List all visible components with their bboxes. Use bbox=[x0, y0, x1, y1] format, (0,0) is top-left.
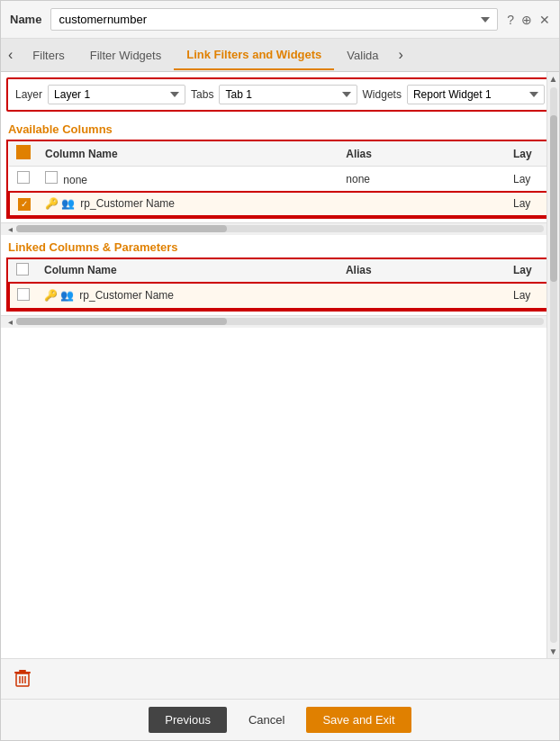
table-row: 🔑 👥 rp_Customer Name Lay bbox=[9, 192, 551, 216]
available-table-header: Column Name Alias Lay bbox=[9, 141, 551, 167]
linked-col-lay-header: Lay bbox=[506, 259, 551, 283]
linked-columns-table: Column Name Alias Lay bbox=[8, 259, 552, 310]
available-columns-section: Column Name Alias Lay bbox=[6, 140, 554, 219]
hscroll-thumb[interactable] bbox=[16, 225, 227, 232]
row-lay: Lay bbox=[506, 167, 551, 193]
tab-prev-btn[interactable]: ‹ bbox=[1, 39, 20, 71]
table-row: none none Lay bbox=[9, 167, 551, 193]
linked-header-checkbox-cell bbox=[9, 259, 37, 283]
header: Name customernumber ? ⊕ ✕ bbox=[1, 1, 559, 39]
header-checkbox[interactable] bbox=[16, 145, 31, 159]
hscroll-track bbox=[16, 225, 544, 232]
svg-rect-0 bbox=[19, 670, 26, 672]
hscroll-linked-left-btn[interactable]: ◂ bbox=[5, 317, 16, 327]
col-alias-header: Alias bbox=[339, 141, 506, 167]
linked-group-icon: 👥 bbox=[60, 289, 74, 302]
linked-row-alias bbox=[339, 283, 506, 309]
bottom-left bbox=[10, 666, 35, 691]
trash-icon[interactable] bbox=[10, 666, 35, 691]
vscroll-down-btn[interactable]: ▼ bbox=[547, 645, 559, 658]
linked-row-lay: Lay bbox=[506, 283, 551, 309]
spacer bbox=[1, 328, 559, 436]
linked-table-header: Column Name Alias Lay bbox=[9, 259, 551, 283]
widgets-label: Widgets bbox=[363, 88, 402, 101]
row-alias bbox=[339, 192, 506, 216]
linked-columns-title: Linked Columns & Parameters bbox=[1, 235, 559, 258]
linked-key-icon: 🔑 bbox=[44, 289, 58, 302]
filter-controls: Layer Layer 1 Tabs Tab 1 Widgets Report … bbox=[6, 77, 554, 112]
name-select[interactable]: customernumber bbox=[50, 8, 498, 31]
previous-button[interactable]: Previous bbox=[149, 707, 227, 733]
available-columns-table: Column Name Alias Lay bbox=[8, 141, 552, 217]
row-checkbox-cell bbox=[9, 192, 38, 216]
bottom-bar bbox=[1, 658, 559, 699]
vscroll-track bbox=[550, 87, 557, 643]
linked-row-col-name: 🔑 👥 rp_Customer Name bbox=[37, 283, 339, 309]
group-icon: 👥 bbox=[61, 197, 75, 210]
close-icon[interactable]: ✕ bbox=[539, 13, 550, 27]
layer-label: Layer bbox=[15, 88, 42, 101]
row-col-name: 🔑 👥 rp_Customer Name bbox=[38, 192, 339, 216]
tabs-bar: ‹ Filters Filter Widgets Link Filters an… bbox=[1, 39, 559, 72]
tab-link-filters[interactable]: Link Filters and Widgets bbox=[174, 41, 334, 70]
linked-row-checkbox-cell bbox=[9, 283, 37, 309]
row-checkbox[interactable] bbox=[17, 171, 30, 184]
available-columns-title: Available Columns bbox=[1, 117, 559, 140]
linked-columns-section: Column Name Alias Lay bbox=[6, 258, 554, 312]
col-name-header: Column Name bbox=[38, 141, 339, 167]
col-lay-header: Lay bbox=[506, 141, 551, 167]
row-lay: Lay bbox=[506, 192, 551, 216]
help-icon[interactable]: ? bbox=[507, 13, 514, 27]
linked-col-alias-header: Alias bbox=[339, 259, 506, 283]
hscroll-linked-thumb[interactable] bbox=[16, 318, 227, 325]
tab-filters[interactable]: Filters bbox=[20, 41, 77, 69]
table-row: 🔑 👥 rp_Customer Name Lay bbox=[9, 283, 551, 309]
tabs-label: Tabs bbox=[191, 88, 213, 101]
row-alias: none bbox=[339, 167, 506, 193]
tabs-select[interactable]: Tab 1 bbox=[219, 85, 357, 104]
hscroll-left-btn[interactable]: ◂ bbox=[5, 224, 16, 234]
layer-select[interactable]: Layer 1 bbox=[48, 85, 185, 104]
vertical-scrollbar[interactable]: ▲ ▼ bbox=[546, 72, 559, 658]
tab-valida[interactable]: Valida bbox=[334, 41, 391, 69]
name-label: Name bbox=[10, 13, 41, 26]
vscroll-up-btn[interactable]: ▲ bbox=[547, 72, 559, 86]
content-area: ▲ ▼ Layer Layer 1 Tabs Tab bbox=[1, 72, 559, 658]
main-scroll: ▲ ▼ Layer Layer 1 Tabs Tab bbox=[1, 72, 559, 658]
hscroll-linked-track bbox=[16, 318, 544, 325]
hscroll-linked[interactable]: ◂ ▸ bbox=[1, 315, 559, 328]
header-checkbox-cell bbox=[9, 141, 38, 167]
vscroll-thumb[interactable] bbox=[550, 115, 557, 282]
save-exit-button[interactable]: Save and Exit bbox=[306, 707, 411, 733]
widgets-select[interactable]: Report Widget 1 bbox=[407, 85, 545, 104]
key-icon: 🔑 bbox=[45, 197, 59, 210]
footer: Previous Cancel Save and Exit bbox=[1, 699, 559, 740]
row-checkbox-cell bbox=[9, 167, 38, 193]
row-checkbox-checked[interactable] bbox=[18, 198, 31, 211]
col-icon-group bbox=[45, 171, 58, 184]
header-icons: ? ⊕ ✕ bbox=[507, 13, 550, 27]
tab-filter-widgets[interactable]: Filter Widgets bbox=[77, 41, 174, 69]
cancel-button[interactable]: Cancel bbox=[236, 707, 297, 733]
main-container: Name customernumber ? ⊕ ✕ ‹ Filters Filt… bbox=[0, 0, 560, 741]
row-col-name: none bbox=[38, 167, 339, 193]
hscroll-available[interactable]: ◂ ▸ bbox=[1, 222, 559, 235]
linked-row-checkbox[interactable] bbox=[17, 288, 30, 301]
col-icons: 🔑 👥 bbox=[45, 197, 75, 210]
linked-col-icons: 🔑 👥 bbox=[44, 289, 74, 302]
linked-col-name-header: Column Name bbox=[37, 259, 339, 283]
tab-next-btn[interactable]: › bbox=[392, 39, 411, 71]
scrollable-content: Layer Layer 1 Tabs Tab 1 Widgets Report … bbox=[1, 72, 559, 658]
none-box-icon bbox=[45, 171, 58, 184]
move-icon[interactable]: ⊕ bbox=[521, 13, 532, 27]
linked-header-checkbox[interactable] bbox=[16, 263, 29, 276]
